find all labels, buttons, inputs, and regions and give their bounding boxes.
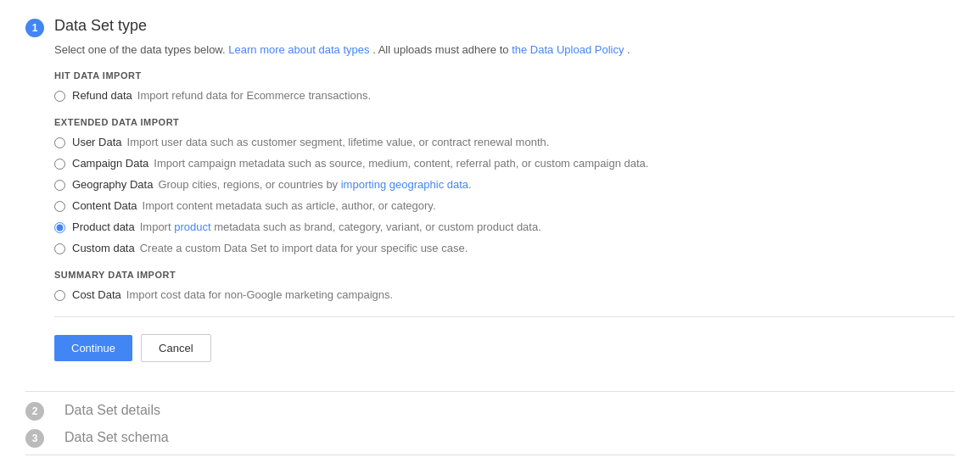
content-label: Content Data [72, 199, 137, 212]
radio-cost[interactable] [54, 290, 65, 301]
step3-title: Data Set schema [64, 430, 169, 445]
radio-content[interactable] [54, 201, 65, 212]
geography-label: Geography Data [72, 178, 153, 191]
hit-radio-group: Refund data Import refund data for Ecomm… [54, 89, 955, 102]
hit-section-label: HIT DATA IMPORT [54, 70, 955, 81]
step3-badge: 3 [25, 429, 44, 448]
product-link[interactable]: product [174, 220, 210, 233]
custom-label: Custom data [72, 242, 135, 254]
radio-user-label-wrap[interactable]: User Data Import user data such as custo… [72, 136, 549, 148]
product-label: Product data [72, 220, 135, 233]
learn-more-link[interactable]: Learn more about data types [228, 43, 369, 56]
extended-radio-group: User Data Import user data such as custo… [54, 136, 955, 254]
refund-label: Refund data [72, 89, 132, 102]
radio-item-user: User Data Import user data such as custo… [54, 136, 955, 148]
custom-desc: Create a custom Data Set to import data … [140, 242, 468, 254]
product-desc: Import product metadata such as brand, c… [140, 220, 541, 233]
radio-item-refund: Refund data Import refund data for Ecomm… [54, 89, 955, 102]
radio-content-label-wrap[interactable]: Content Data Import content metadata suc… [72, 199, 436, 212]
summary-section-label: SUMMARY DATA IMPORT [54, 270, 955, 280]
summary-radio-group: Cost Data Import cost data for non-Googl… [54, 288, 955, 301]
geographic-data-link[interactable]: importing geographic data [341, 178, 468, 191]
cost-label: Cost Data [72, 288, 121, 301]
step1-content: Data Set type Select one of the data typ… [54, 17, 955, 377]
radio-custom[interactable] [54, 243, 65, 254]
cost-desc: Import cost data for non-Google marketin… [126, 288, 393, 301]
step3-section: 3 Data Set schema [25, 427, 955, 448]
bottom-divider [25, 455, 955, 455]
geography-desc: Group cities, regions, or countries by i… [158, 178, 471, 191]
radio-campaign-label-wrap[interactable]: Campaign Data Import campaign metadata s… [72, 157, 648, 170]
radio-geography[interactable] [54, 180, 65, 191]
radio-custom-label-wrap[interactable]: Custom data Create a custom Data Set to … [72, 242, 468, 254]
step2-badge: 2 [25, 402, 44, 421]
radio-item-custom: Custom data Create a custom Data Set to … [54, 242, 955, 254]
subtitle-prefix: Select one of the data types below. [54, 43, 226, 56]
subtitle-suffix: . [627, 43, 630, 56]
step2-section: 2 Data Set details [25, 400, 955, 421]
radio-cost-label-wrap[interactable]: Cost Data Import cost data for non-Googl… [72, 288, 393, 301]
subtitle-middle: . All uploads must adhere to [372, 43, 508, 56]
campaign-label: Campaign Data [72, 157, 148, 170]
radio-item-content: Content Data Import content metadata suc… [54, 199, 955, 212]
radio-item-cost: Cost Data Import cost data for non-Googl… [54, 288, 955, 301]
radio-refund[interactable] [54, 91, 65, 102]
campaign-desc: Import campaign metadata such as source,… [154, 157, 648, 170]
radio-campaign[interactable] [54, 159, 65, 170]
step2-divider [25, 391, 955, 392]
extended-section-label: EXTENDED DATA IMPORT [54, 117, 955, 127]
user-desc: Import user data such as customer segmen… [127, 136, 550, 148]
radio-item-geography: Geography Data Group cities, regions, or… [54, 178, 955, 191]
user-label: User Data [72, 136, 122, 148]
radio-geography-label-wrap[interactable]: Geography Data Group cities, regions, or… [72, 178, 472, 191]
page-container: 1 Data Set type Select one of the data t… [0, 0, 980, 455]
radio-product[interactable] [54, 222, 65, 233]
radio-item-product: Product data Import product metadata suc… [54, 220, 955, 233]
radio-product-label-wrap[interactable]: Product data Import product metadata suc… [72, 220, 541, 233]
cancel-button[interactable]: Cancel [141, 334, 210, 362]
step1-subtitle: Select one of the data types below. Lear… [54, 42, 955, 59]
step1-section: 1 Data Set type Select one of the data t… [25, 17, 955, 377]
continue-button[interactable]: Continue [54, 335, 132, 361]
radio-user[interactable] [54, 137, 65, 148]
step1-title: Data Set type [54, 17, 955, 35]
action-divider [54, 316, 955, 317]
buttons-row: Continue Cancel [54, 334, 955, 362]
refund-desc: Import refund data for Ecommerce transac… [137, 89, 371, 102]
radio-refund-label[interactable]: Refund data Import refund data for Ecomm… [72, 89, 371, 102]
data-upload-policy-link[interactable]: the Data Upload Policy [512, 43, 624, 56]
radio-item-campaign: Campaign Data Import campaign metadata s… [54, 157, 955, 170]
step2-title: Data Set details [64, 403, 160, 418]
content-desc: Import content metadata such as article,… [143, 199, 436, 212]
step1-badge: 1 [25, 19, 44, 37]
